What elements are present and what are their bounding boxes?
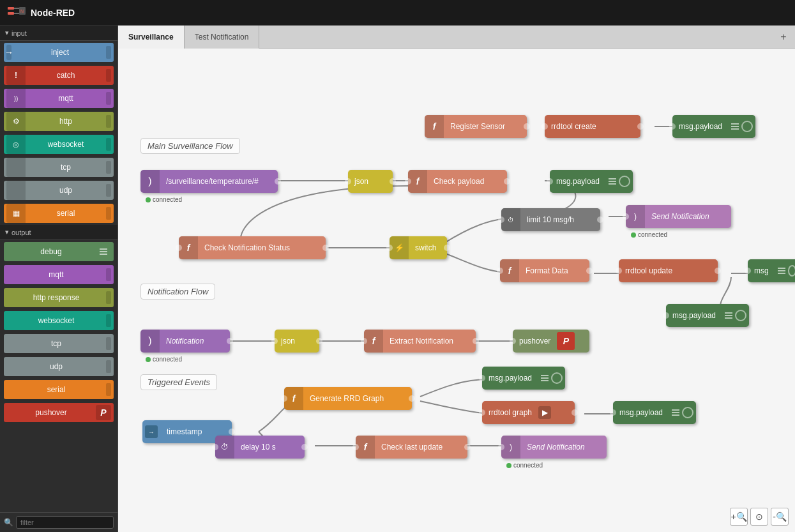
svg-rect-0	[8, 7, 14, 10]
zoom-out-icon: -🔍	[773, 512, 787, 522]
zoom-in-icon: +🔍	[731, 512, 746, 522]
zoom-in-button[interactable]: +🔍	[730, 508, 748, 526]
search-bar: 🔍	[0, 512, 117, 532]
sidebar-item-serial[interactable]: ▦ serial	[4, 204, 114, 223]
sidebar: ▾ input → inject ! catch )) mqtt ⚙ http	[0, 26, 118, 532]
msg-payload-2-node[interactable]: msg.payload	[550, 170, 633, 193]
pushover-node[interactable]: pushover P	[513, 330, 589, 353]
sidebar-item-tcp-out[interactable]: tcp	[4, 334, 114, 353]
rrdtool-update-node[interactable]: rrdtool update	[619, 259, 718, 282]
rrdtool-graph-node[interactable]: rrdtool graph ▶	[482, 401, 575, 424]
check-notification-status-node[interactable]: f Check Notification Status	[179, 236, 326, 259]
msg-payload-4-node[interactable]: msg.payload	[482, 367, 565, 390]
msg-payload-3-node[interactable]: msg.payload	[666, 304, 749, 327]
sidebar-item-http[interactable]: ⚙ http	[4, 112, 114, 131]
tab-add-button[interactable]: +	[772, 26, 795, 49]
sidebar-item-pushover[interactable]: pushover P	[4, 403, 114, 422]
sidebar-item-udp-out[interactable]: udp	[4, 357, 114, 376]
sidebar-item-websocket-out[interactable]: websocket	[4, 311, 114, 330]
output-section-header[interactable]: ▾ output	[0, 225, 117, 240]
app-title: Node-RED	[31, 8, 75, 18]
svg-rect-1	[8, 12, 14, 15]
notification-topic-node[interactable]: ) Notification connected	[140, 330, 230, 353]
send-notification-1-node[interactable]: ) Send Notification connected	[626, 205, 731, 228]
sidebar-item-mqtt[interactable]: )) mqtt	[4, 89, 114, 108]
send-notification-2-node[interactable]: ) Send Notification connected	[501, 436, 607, 459]
sidebar-item-tcp[interactable]: tcp	[4, 158, 114, 177]
msg-payload-1-node[interactable]: msg.payload	[672, 115, 755, 138]
delay-10s-node[interactable]: ⏱ delay 10 s	[215, 436, 305, 459]
main-layout: ▾ input → inject ! catch )) mqtt ⚙ http	[0, 26, 795, 532]
check-payload-node[interactable]: f Check payload	[408, 170, 507, 193]
bottom-toolbar: +🔍 ⊙ -🔍	[730, 508, 789, 526]
search-icon: 🔍	[4, 518, 13, 527]
extract-notification-node[interactable]: f Extract Notification	[364, 330, 476, 353]
json-2-node[interactable]: json	[275, 330, 319, 353]
flow-canvas[interactable]: Main Surveillance Flow Notification Flow…	[118, 49, 795, 532]
search-input[interactable]	[16, 516, 114, 529]
sidebar-item-mqtt-out[interactable]: mqtt	[4, 265, 114, 284]
notification-flow-label: Notification Flow	[140, 284, 215, 300]
svg-text:N: N	[20, 9, 24, 13]
tab-test-notification[interactable]: Test Notification	[185, 26, 260, 49]
msg-payload-5-node[interactable]: msg.payload	[613, 401, 696, 424]
check-last-update-node[interactable]: f Check last update	[356, 436, 467, 459]
rrdtool-create-node[interactable]: rrdtool create	[545, 115, 640, 138]
sidebar-item-http-response[interactable]: http response	[4, 288, 114, 307]
canvas-area: Surveillance Test Notification +	[118, 26, 795, 532]
zoom-out-button[interactable]: -🔍	[771, 508, 789, 526]
sidebar-item-websocket[interactable]: ◎ websocket	[4, 135, 114, 154]
tabbar: Surveillance Test Notification +	[118, 26, 795, 49]
limit-10-node[interactable]: ⏱ limit 10 msg/h	[501, 208, 600, 231]
zoom-reset-icon: ⊙	[755, 512, 763, 522]
sidebar-item-catch[interactable]: ! catch	[4, 66, 114, 85]
sidebar-item-udp[interactable]: udp	[4, 181, 114, 200]
msg-out-node[interactable]: msg	[748, 259, 795, 282]
format-data-node[interactable]: f Format Data	[500, 259, 589, 282]
tab-surveillance[interactable]: Surveillance	[118, 26, 185, 49]
topbar: N Node-RED	[0, 0, 795, 26]
surveillance-topic-node[interactable]: ) /surveillance/temperature/# connected	[140, 170, 278, 193]
zoom-reset-button[interactable]: ⊙	[750, 508, 768, 526]
sidebar-item-inject[interactable]: → inject	[4, 43, 114, 62]
input-section-header[interactable]: ▾ input	[0, 26, 117, 41]
logo-icon: N	[8, 4, 26, 20]
switch-node[interactable]: ⚡ switch	[390, 236, 447, 259]
sidebar-item-debug[interactable]: debug	[4, 242, 114, 261]
sidebar-item-serial-out[interactable]: serial	[4, 380, 114, 399]
register-sensor-node[interactable]: f Register Sensor	[425, 115, 527, 138]
main-surveillance-label: Main Surveillance Flow	[140, 138, 240, 154]
generate-rrd-node[interactable]: f Generate RRD Graph	[284, 387, 412, 410]
triggered-events-label: Triggered Events	[140, 374, 217, 390]
json-1-node[interactable]: json	[348, 170, 393, 193]
